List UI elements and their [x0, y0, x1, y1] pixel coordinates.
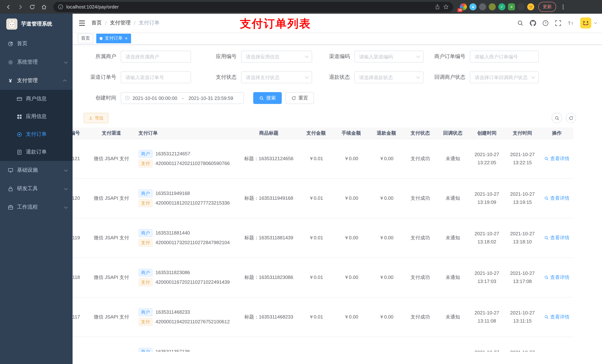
- pay-status: 支付成功: [411, 274, 430, 280]
- refund-status-select[interactable]: [354, 71, 424, 83]
- browser-update-button[interactable]: 更新: [538, 2, 556, 12]
- fee-amount: ￥0.00: [344, 274, 358, 280]
- bookmark-star-icon[interactable]: [443, 4, 449, 10]
- search-button[interactable]: 搜索: [253, 92, 282, 104]
- view-detail-link[interactable]: 查看详情: [544, 313, 570, 320]
- share-icon[interactable]: [435, 4, 440, 10]
- sidebar-item-devtools[interactable]: 研发工具: [0, 179, 73, 198]
- browser-forward-button[interactable]: [15, 1, 26, 12]
- pay-status-select[interactable]: [241, 71, 312, 83]
- extension-icon-pin[interactable]: [517, 3, 525, 10]
- extension-icon-olive[interactable]: [489, 3, 496, 10]
- sidebar-item-refund-order[interactable]: 退款订单: [0, 143, 73, 161]
- browser-back-button[interactable]: [3, 1, 14, 12]
- close-icon[interactable]: ×: [125, 36, 128, 41]
- sidebar-item-merchant-info[interactable]: 商户信息: [0, 90, 73, 108]
- refresh-button[interactable]: [566, 113, 576, 123]
- extension-icon-chat[interactable]: ≡: [508, 3, 515, 10]
- gear-icon: [7, 59, 13, 65]
- reset-button[interactable]: 重置: [285, 92, 314, 104]
- order-table-wrapper[interactable]: 编号 支付渠道 支付订单 商品标题 支付金额 手续金额 退款金额 支付状态 回调…: [73, 128, 602, 352]
- user-menu[interactable]: [580, 17, 596, 29]
- chevron-down-icon: [64, 186, 68, 190]
- table-toolbar: 导出: [73, 113, 602, 123]
- view-detail-link[interactable]: 查看详情: [544, 155, 570, 162]
- screen: localhost:1024/pay/order 10 ● ✓ ≡ ツ 更新: [0, 0, 602, 364]
- app-logo[interactable]: 芋道管理系统: [0, 14, 73, 34]
- view-detail-link[interactable]: 查看详情: [544, 274, 570, 281]
- pay-status: 支付成功: [411, 314, 430, 319]
- target-icon: [16, 132, 22, 137]
- chevron-up-icon: [63, 79, 67, 83]
- svg-text:T: T: [571, 22, 573, 25]
- extension-icon-colorwheel[interactable]: 10: [460, 3, 467, 10]
- user-avatar: [580, 17, 591, 29]
- sidebar-item-infra[interactable]: 基础设施: [0, 161, 73, 179]
- lock-icon: [7, 186, 13, 191]
- fee-amount: ￥0.00: [344, 156, 358, 161]
- github-icon[interactable]: [530, 20, 536, 26]
- site-info-icon[interactable]: [58, 4, 63, 10]
- table-row: 121 微信 JSAPI 支付 商户 1635312124657 支付 4200…: [73, 139, 573, 178]
- merchant-order-no-input[interactable]: [470, 51, 539, 62]
- channel-order-no: 4200001174202110278060590766: [155, 161, 230, 166]
- sidebar-item-workflow[interactable]: 工作流程: [0, 198, 73, 216]
- search-icon[interactable]: [517, 20, 524, 26]
- filter-create-time: 创建时间 2021-10-01 00:00:00 - 2021-10-31 23…: [73, 92, 244, 104]
- sidebar-item-home[interactable]: 首页: [0, 34, 73, 53]
- grid-icon: [16, 114, 22, 119]
- app-id-select[interactable]: [241, 51, 312, 62]
- order-id: 119: [73, 235, 80, 240]
- browser-menu-icon[interactable]: [560, 4, 566, 10]
- sidebar-item-system[interactable]: 系统管理: [0, 53, 73, 71]
- notify-status: 未通知: [446, 235, 460, 240]
- channel-order-no-input[interactable]: [121, 71, 191, 83]
- notify-status: 未通知: [446, 314, 460, 319]
- logo-image: [6, 19, 17, 30]
- breadcrumb-current: 支付订单: [139, 20, 160, 26]
- tab-home[interactable]: 首页: [78, 33, 93, 43]
- create-date: 2021-10-27: [472, 190, 502, 198]
- notify-status-select[interactable]: [470, 71, 539, 83]
- search-icon: [554, 116, 559, 120]
- merchant-input[interactable]: [121, 51, 191, 62]
- header-actions: ? TT: [517, 17, 596, 29]
- credit-card-icon: [16, 96, 22, 102]
- sidebar-item-pay-order[interactable]: 支付订单: [0, 125, 73, 143]
- sidebar-item-payment[interactable]: ¥ 支付管理: [0, 71, 73, 90]
- create-time: 13:22:05: [472, 158, 502, 166]
- sidebar-item-app-info[interactable]: 应用信息: [0, 108, 73, 125]
- breadcrumb-pay-management[interactable]: 支付管理: [110, 20, 131, 26]
- create-date: 2021-10-27: [472, 269, 502, 277]
- help-icon[interactable]: ?: [542, 20, 549, 26]
- extension-icon-drop[interactable]: ●: [469, 3, 476, 10]
- channel-code-select[interactable]: [354, 51, 424, 62]
- tab-pay-order[interactable]: 支付订单 ×: [96, 33, 131, 43]
- url-text: localhost:1024/pay/order: [66, 4, 432, 10]
- toggle-search-button[interactable]: [552, 113, 562, 123]
- breadcrumb-home[interactable]: 首页: [91, 20, 102, 26]
- address-bar[interactable]: localhost:1024/pay/order: [53, 2, 453, 12]
- create-date: 2021-10-27: [472, 309, 502, 317]
- sidebar-toggle-icon[interactable]: [78, 20, 86, 26]
- date-range-picker[interactable]: 2021-10-01 00:00:00 - 2021-10-31 23:59:5…: [121, 92, 244, 104]
- font-size-icon[interactable]: TT: [568, 20, 574, 26]
- view-detail-link[interactable]: 查看详情: [544, 234, 570, 241]
- fee-amount: ￥0.00: [344, 314, 358, 319]
- browser-home-button[interactable]: [39, 1, 50, 12]
- channel-order-no: 4200001173202110272847982104: [155, 240, 230, 245]
- browser-reload-button[interactable]: [27, 1, 38, 12]
- pay-amount: ￥0.01: [309, 274, 323, 280]
- profile-avatar[interactable]: ツ: [527, 3, 534, 10]
- fullscreen-icon[interactable]: [555, 20, 561, 26]
- channel-order-no: 4200001194202110276752100612: [155, 319, 230, 324]
- merchant-tag: 商户: [139, 229, 152, 237]
- extension-icon-dark[interactable]: [479, 3, 486, 10]
- extension-icon-check[interactable]: ✓: [498, 3, 505, 10]
- sidebar-menu: 首页 系统管理 ¥ 支付管理: [0, 34, 73, 216]
- view-detail-link[interactable]: 查看详情: [544, 195, 570, 201]
- pay-time: 13:11:15: [508, 317, 537, 325]
- export-button[interactable]: 导出: [84, 113, 108, 123]
- refund-amount: ￥0.00: [379, 195, 394, 201]
- chevron-down-icon: [64, 168, 68, 171]
